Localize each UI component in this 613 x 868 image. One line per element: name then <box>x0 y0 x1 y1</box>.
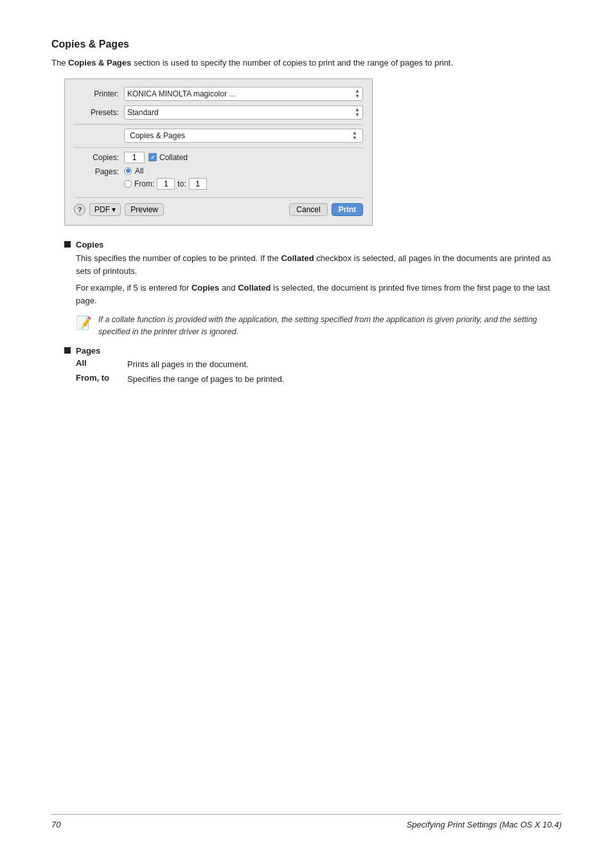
pages-section-content: All Prints all pages in the document. Fr… <box>76 358 562 386</box>
collated-checkbox[interactable]: ✓ <box>148 153 157 161</box>
intro-rest: section is used to specify the number of… <box>131 58 453 68</box>
def-all-row: All Prints all pages in the document. <box>76 358 562 371</box>
copies-para2-bold1: Copies <box>191 283 219 293</box>
def-fromto-term: From, to <box>76 373 127 383</box>
radio-all-label: All <box>135 167 143 176</box>
section-list: Copies This specifies the number of copi… <box>64 240 562 386</box>
pages-section-item: Pages <box>64 346 562 356</box>
pdf-label: PDF ▾ <box>94 205 116 214</box>
printer-stepper[interactable]: ▲ ▼ <box>355 89 360 99</box>
page-footer: 70 Specifying Print Settings (Mac OS X 1… <box>51 814 562 829</box>
bullet-pages <box>64 347 71 354</box>
radio-all-dot <box>126 168 130 173</box>
collated-check[interactable]: ✓ Collated <box>148 153 188 162</box>
to-label: to: <box>177 179 186 188</box>
copies-row: Copies: ✓ Collated <box>74 152 363 163</box>
radio-all-row[interactable]: All <box>124 167 207 176</box>
pages-row: Pages: All From: to: <box>74 167 363 190</box>
section-value: Copies & Pages <box>130 131 185 140</box>
copies-para1-bold: Collated <box>281 253 314 263</box>
pages-field-label: Pages: <box>74 167 119 176</box>
bottom-left: ? PDF ▾ Preview <box>74 203 164 216</box>
printer-row: Printer: KONICA MINOLTA magicolor ... ▲ … <box>74 87 363 101</box>
presets-label: Presets: <box>74 108 119 117</box>
section-stepper[interactable]: ▲ ▼ <box>352 131 357 141</box>
copies-para2-mid: and <box>219 283 238 293</box>
pages-section-label: Pages <box>76 346 100 356</box>
copies-para2: For example, if 5 is entered for Copies … <box>76 282 562 307</box>
presets-select[interactable]: Standard ▲ ▼ <box>124 105 363 120</box>
checkmark-icon: ✓ <box>150 154 155 161</box>
printer-label: Printer: <box>74 89 119 98</box>
note-text: If a collate function is provided with t… <box>98 314 562 338</box>
intro-text: The Copies & Pages section is used to sp… <box>51 57 562 69</box>
radio-from-row[interactable]: From: to: <box>124 178 207 190</box>
printer-value: KONICA MINOLTA magicolor ... <box>127 89 235 98</box>
dialog-divider-2 <box>74 147 363 148</box>
from-input[interactable] <box>157 178 175 190</box>
print-button[interactable]: Print <box>332 203 363 216</box>
cancel-label: Cancel <box>296 205 320 214</box>
pages-options: All From: to: <box>124 167 207 190</box>
def-all-term: All <box>76 358 127 368</box>
footer-title: Specifying Print Settings (Mac OS X 10.4… <box>407 820 562 829</box>
copies-field-label: Copies: <box>74 153 119 162</box>
def-fromto-desc: Specifies the range of pages to be print… <box>127 373 284 386</box>
to-input[interactable] <box>189 178 207 190</box>
radio-from-button[interactable] <box>124 180 132 188</box>
intro-pre: The <box>51 58 68 68</box>
bottom-right: Cancel Print <box>289 203 363 216</box>
footer-page-number: 70 <box>51 820 60 829</box>
dialog-divider-1 <box>74 124 363 125</box>
presets-stepper[interactable]: ▲ ▼ <box>355 107 360 118</box>
preview-button[interactable]: Preview <box>125 203 164 216</box>
note-box: 📝 If a collate function is provided with… <box>76 314 562 338</box>
cancel-button[interactable]: Cancel <box>289 203 327 216</box>
def-all-desc: Prints all pages in the document. <box>127 358 249 371</box>
copies-section-label: Copies <box>76 240 103 249</box>
pdf-button[interactable]: PDF ▾ <box>89 203 121 216</box>
radio-all-button[interactable] <box>124 167 132 175</box>
help-button[interactable]: ? <box>74 204 85 215</box>
page-title: Copies & Pages <box>51 39 562 50</box>
dialog-bottom-bar: ? PDF ▾ Preview Cancel Print <box>74 197 363 216</box>
copies-para1: This specifies the number of copies to b… <box>76 252 562 278</box>
presets-row: Presets: Standard ▲ ▼ <box>74 105 363 120</box>
collated-label: Collated <box>159 153 188 162</box>
copies-para1-pre: This specifies the number of copies to b… <box>76 253 281 263</box>
section-row: Copies & Pages ▲ ▼ <box>74 129 363 143</box>
printer-select[interactable]: KONICA MINOLTA magicolor ... ▲ ▼ <box>124 87 363 101</box>
print-label: Print <box>339 205 356 214</box>
copies-section-content: This specifies the number of copies to b… <box>76 252 562 338</box>
print-dialog: Printer: KONICA MINOLTA magicolor ... ▲ … <box>64 78 373 226</box>
presets-value: Standard <box>127 108 159 117</box>
copies-para2-bold2: Collated <box>238 283 271 293</box>
copies-input[interactable] <box>124 152 145 163</box>
note-icon: 📝 <box>76 315 92 330</box>
copies-para2-pre: For example, if 5 is entered for <box>76 283 191 293</box>
section-select[interactable]: Copies & Pages ▲ ▼ <box>124 129 363 143</box>
intro-bold: Copies & Pages <box>68 58 131 68</box>
radio-from-label: From: <box>134 179 154 188</box>
copies-section-item: Copies <box>64 240 562 249</box>
preview-label: Preview <box>130 205 158 214</box>
def-fromto-row: From, to Specifies the range of pages to… <box>76 373 562 386</box>
bullet-copies <box>64 241 71 248</box>
